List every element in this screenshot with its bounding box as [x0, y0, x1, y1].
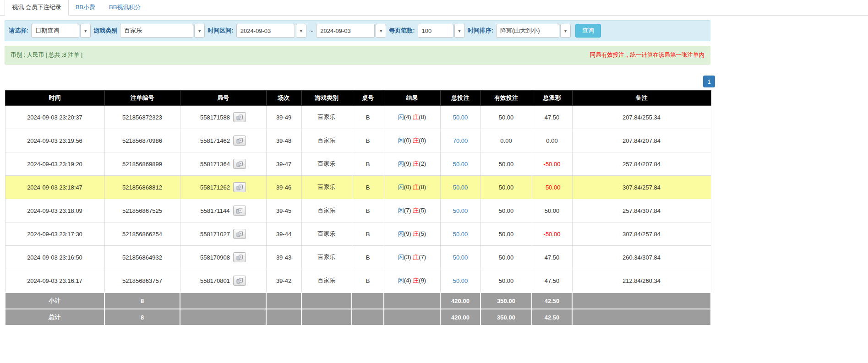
- total-bet-cell[interactable]: 50.00: [440, 199, 480, 222]
- chevron-down-icon[interactable]: ▾: [194, 24, 205, 38]
- total-bet-link[interactable]: 50.00: [453, 231, 468, 238]
- time-cell: 2024-09-03 23:16:50: [5, 246, 104, 269]
- search-button[interactable]: 查询: [575, 24, 601, 38]
- payout-value: -50.00: [544, 184, 561, 191]
- note-cell: 212.84/260.34: [572, 269, 711, 293]
- banker-result: 庄: [413, 184, 419, 190]
- chevron-down-icon[interactable]: ▾: [376, 24, 386, 38]
- chevron-down-icon[interactable]: ▾: [560, 24, 571, 38]
- column-header-game-type: 游戏类别: [301, 91, 352, 106]
- player-score: (4): [404, 277, 411, 284]
- total-bet-cell[interactable]: 50.00: [440, 269, 480, 293]
- banker-score: (7): [419, 254, 426, 260]
- valid-bet-cell: 50.00: [480, 222, 532, 246]
- player-result: 闲: [398, 160, 404, 167]
- total-bet-cell[interactable]: 50.00: [440, 222, 480, 246]
- banker-score: (9): [419, 277, 426, 284]
- total-bet-link[interactable]: 50.00: [453, 114, 468, 121]
- tab-video-bet-records[interactable]: 视讯 会员下注纪录: [5, 0, 69, 16]
- column-header-table-no: 桌号: [352, 91, 384, 106]
- round-cell: 558171462: [180, 129, 266, 152]
- sort-order-select[interactable]: 降冪(由大到小) ▾: [496, 24, 571, 38]
- player-result: 闲: [398, 114, 404, 120]
- total-bet-cell[interactable]: 50.00: [440, 152, 480, 176]
- table-no-cell: B: [352, 246, 384, 269]
- bet-id-cell: 521856870986: [104, 129, 180, 152]
- total-bet-cell[interactable]: 50.00: [440, 246, 480, 269]
- bet-id-cell: 521856867525: [104, 199, 180, 222]
- footer-empty-cell: [384, 309, 440, 325]
- time-cell: 2024-09-03 23:18:09: [5, 199, 104, 222]
- payout-value: 47.50: [545, 254, 560, 261]
- total-bet-cell[interactable]: 50.00: [440, 106, 480, 129]
- cards-icon: [236, 138, 243, 144]
- total-bet-link[interactable]: 50.00: [453, 161, 468, 168]
- note-cell: 307.84/257.84: [572, 222, 711, 246]
- cards-icon: [236, 161, 243, 167]
- note-cell: 207.84/255.34: [572, 106, 711, 129]
- banker-result: 庄: [413, 137, 419, 144]
- chevron-down-icon[interactable]: ▾: [454, 24, 465, 38]
- cards-icon: [236, 231, 243, 237]
- date-range-separator: ~: [309, 27, 314, 34]
- date-from-input[interactable]: 2024-09-03 ▾: [236, 24, 306, 38]
- banker-result: 庄: [413, 207, 419, 214]
- sort-order-value: 降冪(由大到小): [496, 24, 559, 38]
- cards-icon: [236, 208, 243, 214]
- total-bet-link[interactable]: 50.00: [453, 207, 468, 214]
- tab-bb-tips[interactable]: BB小费: [69, 0, 102, 15]
- chevron-down-icon[interactable]: ▾: [296, 24, 306, 38]
- view-round-button[interactable]: [233, 112, 246, 122]
- currency-total-text: 币别 : 人民币 | 总共 :8 注单 |: [11, 51, 82, 59]
- player-score: (0): [404, 184, 411, 190]
- view-round-button[interactable]: [233, 182, 246, 192]
- game-type-cell: 百家乐: [301, 222, 352, 246]
- page-1-button[interactable]: 1: [703, 76, 715, 87]
- view-round-button[interactable]: [233, 252, 246, 262]
- banker-score: (2): [419, 160, 426, 167]
- payout-cell: -50.00: [532, 152, 572, 176]
- session-cell: 39-47: [266, 152, 301, 176]
- round-cell: 558171027: [180, 222, 266, 246]
- view-round-button[interactable]: [233, 135, 246, 146]
- payout-cell: 0.00: [532, 129, 572, 152]
- round-cell: 558171364: [180, 152, 266, 176]
- chevron-down-icon[interactable]: ▾: [80, 24, 91, 38]
- footer-payout: 42.50: [532, 293, 572, 309]
- per-page-value: 100: [418, 24, 453, 38]
- game-type-select[interactable]: 百家乐 ▾: [120, 24, 205, 38]
- table-row: 2024-09-03 23:19:56521856870986558171462…: [5, 129, 711, 152]
- round-id: 558171144: [200, 207, 229, 214]
- per-page-input[interactable]: 100 ▾: [418, 24, 465, 38]
- footer-empty-cell: [384, 293, 440, 309]
- bet-note-text: 同局有效投注，统一计算在该局第一张注单内: [590, 51, 704, 59]
- total-row: 总计8420.00350.0042.50: [5, 309, 711, 325]
- view-round-button[interactable]: [233, 229, 246, 239]
- total-bet-link[interactable]: 50.00: [453, 184, 468, 191]
- footer-label: 总计: [5, 309, 104, 325]
- total-bet-link[interactable]: 70.00: [453, 137, 468, 144]
- time-cell: 2024-09-03 23:17:30: [5, 222, 104, 246]
- total-bet-link[interactable]: 50.00: [453, 254, 468, 261]
- date-to-input[interactable]: 2024-09-03 ▾: [316, 24, 386, 38]
- view-round-button[interactable]: [233, 159, 246, 169]
- session-cell: 39-45: [266, 199, 301, 222]
- view-round-button[interactable]: [233, 206, 246, 216]
- total-bet-link[interactable]: 50.00: [453, 277, 468, 284]
- table-no-cell: B: [352, 199, 384, 222]
- total-bet-cell[interactable]: 50.00: [440, 176, 480, 199]
- table-row: 2024-09-03 23:18:47521856868812558171262…: [5, 176, 711, 199]
- tab-bb-video-points[interactable]: BB视讯积分: [102, 0, 147, 15]
- payout-value: -50.00: [544, 161, 561, 168]
- player-score: (9): [404, 160, 411, 167]
- view-round-button[interactable]: [233, 276, 246, 286]
- valid-bet-cell: 50.00: [480, 246, 532, 269]
- result-cell: 闲(7) 庄(5): [384, 199, 440, 222]
- query-type-select[interactable]: 日期查询 ▾: [31, 24, 91, 38]
- total-bet-cell[interactable]: 70.00: [440, 129, 480, 152]
- game-type-cell: 百家乐: [301, 152, 352, 176]
- footer-valid-bet: 350.00: [480, 309, 532, 325]
- game-type-cell: 百家乐: [301, 246, 352, 269]
- game-type-value: 百家乐: [120, 24, 193, 38]
- player-score: (3): [404, 254, 411, 260]
